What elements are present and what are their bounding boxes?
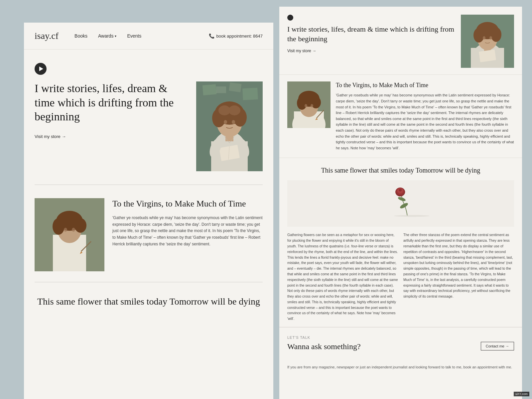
svg-point-64 xyxy=(394,215,430,217)
third-section-title: This same flower that smiles today Tomor… xyxy=(35,296,263,308)
play-icon xyxy=(39,66,43,71)
rp-hero-title: I write stories, lifes, dream & time whi… xyxy=(287,25,456,44)
right-panel: I write stories, lifes, dream & time whi… xyxy=(279,7,522,399)
rp-second-title: To the Virgins, to Make Much of Time xyxy=(336,81,514,89)
rp-visit-link[interactable]: Visit my store → xyxy=(287,49,316,53)
svg-rect-3 xyxy=(242,88,258,100)
rp-second-text: To the Virgins, to Make Much of Time 'Ga… xyxy=(336,81,514,151)
svg-point-29 xyxy=(72,228,75,232)
rp-second-portrait-svg xyxy=(287,81,331,128)
svg-rect-4 xyxy=(216,86,226,93)
rp-cta-section: LET'S TALK Wanna ask something? Contact … xyxy=(279,327,522,378)
rp-hero-image xyxy=(461,15,514,68)
svg-point-14 xyxy=(224,120,227,124)
nav-books[interactable]: Books xyxy=(74,33,87,39)
second-section-title: To the Virgins, to Make Much of Time xyxy=(112,198,263,209)
svg-rect-43 xyxy=(479,50,496,62)
visit-store-link[interactable]: Visit my store → xyxy=(35,134,66,139)
rp-hero-section: I write stories, lifes, dream & time whi… xyxy=(279,7,522,75)
hero-title: I write stories, lifes, dream & time whi… xyxy=(35,81,188,124)
nav-awards[interactable]: Awards ▾ xyxy=(98,33,116,39)
main-panel: isay.cf Books Awards ▾ Events 📞 book app… xyxy=(24,23,273,399)
svg-rect-2 xyxy=(229,82,241,92)
chevron-down-icon: ▾ xyxy=(115,34,116,38)
flower-svg xyxy=(367,184,434,223)
rp-third-title: This same flower that smiles today Tomor… xyxy=(287,166,514,175)
nav-events[interactable]: Events xyxy=(127,33,141,39)
rp-second-body: 'Gather ye rosebuds while ye may' has be… xyxy=(336,92,514,151)
svg-point-41 xyxy=(483,36,485,40)
svg-point-15 xyxy=(232,120,235,124)
rp-body-col-2: The other three stanzas of the poem exte… xyxy=(403,232,514,322)
contact-button[interactable]: Contact me → xyxy=(481,342,514,350)
svg-point-50 xyxy=(297,96,307,110)
phone-contact: 📞 book appointment: 8647 xyxy=(209,33,263,39)
phone-icon: 📞 xyxy=(209,33,214,39)
rp-body-col-1: Gathering flowers can be seen as a metap… xyxy=(287,232,398,322)
watermark: ui++.com xyxy=(514,392,529,396)
rp-hero-portrait-svg xyxy=(461,15,514,68)
hero-image xyxy=(196,81,263,171)
svg-point-42 xyxy=(489,36,492,40)
second-section-body: 'Gather ye rosebuds while ye may' has be… xyxy=(112,215,263,248)
second-text: To the Virgins, to Make Much of Time 'Ga… xyxy=(112,198,263,248)
rp-play-dot xyxy=(287,15,293,21)
svg-point-53 xyxy=(311,104,313,107)
nav-links: Books Awards ▾ Events xyxy=(74,33,208,39)
svg-point-39 xyxy=(473,28,484,43)
second-portrait-svg xyxy=(35,198,104,271)
rp-cta-label: LET'S TALK xyxy=(287,335,514,339)
rp-third-section: This same flower that smiles today Tomor… xyxy=(279,158,522,327)
third-section: This same flower that smiles today Tomor… xyxy=(24,282,273,314)
rp-second-image xyxy=(287,81,331,128)
svg-rect-1 xyxy=(202,84,216,95)
rp-second-section: To the Virgins, to Make Much of Time 'Ga… xyxy=(279,75,522,158)
rp-cta-body: If you are from any magazine, newspaper … xyxy=(287,364,514,370)
hero-section: I write stories, lifes, dream & time whi… xyxy=(24,50,273,182)
svg-point-63 xyxy=(399,189,402,192)
navbar: isay.cf Books Awards ▾ Events 📞 book app… xyxy=(24,23,273,50)
svg-point-27 xyxy=(74,218,86,233)
section-divider-1 xyxy=(35,185,263,185)
svg-point-52 xyxy=(305,104,307,107)
hero-portrait-svg xyxy=(196,81,263,171)
rp-flower-image xyxy=(287,180,514,227)
site-logo: isay.cf xyxy=(35,31,59,41)
second-image xyxy=(35,198,104,271)
hero-content: I write stories, lifes, dream & time whi… xyxy=(35,81,263,171)
hero-text: I write stories, lifes, dream & time whi… xyxy=(35,81,188,139)
svg-point-13 xyxy=(228,105,240,115)
svg-point-28 xyxy=(64,228,67,232)
rp-cta-title: Wanna ask something? xyxy=(287,342,514,351)
svg-point-40 xyxy=(491,27,501,42)
svg-point-26 xyxy=(53,218,65,235)
second-section: To the Virgins, to Make Much of Time 'Ga… xyxy=(24,188,273,282)
play-button[interactable] xyxy=(35,63,47,75)
rp-body-columns: Gathering flowers can be seen as a metap… xyxy=(287,232,514,322)
rp-hero-text: I write stories, lifes, dream & time whi… xyxy=(287,15,456,54)
